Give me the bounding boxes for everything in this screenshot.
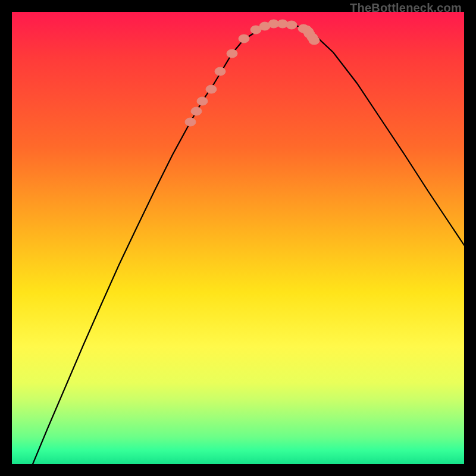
curve-marker: [191, 107, 202, 115]
plot-area: [12, 12, 464, 464]
curve-marker: [239, 35, 249, 43]
curve-layer: [12, 12, 464, 464]
curve-marker: [309, 36, 320, 45]
marker-group: [185, 20, 320, 126]
curve-marker: [206, 85, 217, 93]
curve-marker: [227, 49, 237, 58]
curve-marker: [185, 118, 196, 126]
watermark-label: TheBottleneck.com: [350, 1, 462, 15]
curve-marker: [215, 67, 226, 76]
bottleneck-curve: [33, 24, 464, 464]
chart-frame: TheBottleneck.com: [0, 0, 476, 476]
curve-marker: [286, 21, 297, 29]
curve-marker: [197, 97, 208, 105]
